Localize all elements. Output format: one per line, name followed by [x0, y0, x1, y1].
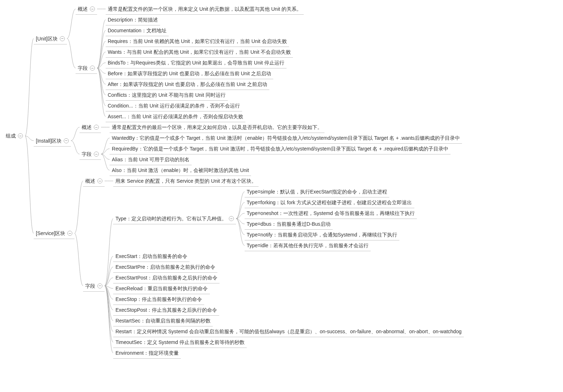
mindmap-node--Unit-Unit-: 通常是配置文件的第一个区块，用来定义 Unit 的元数据，以及配置与其他 Uni…	[106, 4, 304, 15]
children-column: 用来 Service 的配置，只有 Service 类型的 Unit 才有这个区…	[113, 176, 259, 186]
mindmap-branch--: 概述通常是配置文件的最后一个区块，用来定义如何启动，以及是否开机启动。它的主要字…	[80, 122, 462, 133]
mindmap-branch--: 概述用来 Service 的配置，只有 Service 类型的 Unit 才有这…	[83, 176, 463, 186]
mindmap-node-Environment-: Environment：指定环境变量	[113, 348, 181, 359]
node-label: ExecStop：停止当前服务时执行的命令	[115, 294, 202, 305]
node-label: 用来 Service 的配置，只有 Service 类型的 Unit 才有这个区…	[115, 176, 256, 186]
mindmap-branch-Alias-Unit-: Alias：当前 Unit 可用于启动的别名	[110, 154, 462, 165]
mindmap-node--[interactable]: 字段	[76, 63, 97, 74]
mindmap-node-Type-simple-ExecStart-: Type=simple：默认值，执行ExecStart指定的命令，启动主进程	[245, 186, 389, 197]
node-label: Before：如果该字段指定的 Unit 也要启动，那么必须在当前 Unit 之…	[108, 68, 271, 79]
node-label: 组成	[6, 130, 16, 141]
connector-lines	[67, 4, 76, 122]
connector-lines	[105, 176, 113, 186]
node-label: Assert...：当前 Unit 运行必须满足的条件，否则会报启动失败	[108, 111, 243, 122]
node-label: ExecStopPost：停止当其服务之后执行的命令	[115, 305, 217, 315]
collapse-toggle-icon[interactable]	[67, 231, 72, 236]
node-label: ExecStartPre：启动当前服务之前执行的命令	[115, 262, 215, 272]
mindmap-branch-Conflicts-Unit-Unit-: Conflicts：这里指定的 Unit 不能与当前 Unit 同时运行	[106, 90, 293, 100]
node-label: Description：简短描述	[108, 14, 158, 25]
mindmap-node--[interactable]: 字段	[83, 281, 105, 292]
node-label: Alias：当前 Unit 可用于启动的别名	[112, 154, 189, 165]
children-column: Type=simple：默认值，执行ExecStart指定的命令，启动主进程Ty…	[245, 186, 417, 251]
mindmap-branch-ExecStopPost-: ExecStopPost：停止当其服务之后执行的命令	[113, 305, 463, 315]
node-label: 字段	[78, 63, 88, 73]
mindmap-branch-Type-notify-Systemd-: Type=notify：当前服务启动完毕，会通知Systemd，再继续往下执行	[245, 229, 417, 240]
mindmap-branch-Type-forking-fork-: Type=forking：以 fork 方式从父进程创建子进程，创建后父进程会立…	[245, 197, 417, 208]
mindmap-node--Install-[interactable]: [Install]区块	[34, 135, 71, 147]
node-label: Type=simple：默认值，执行ExecStart指定的命令，启动主进程	[247, 186, 387, 197]
collapse-toggle-icon[interactable]	[60, 36, 65, 41]
mindmap-branch--: 概述通常是配置文件的第一个区块，用来定义 Unit 的元数据，以及配置与其他 U…	[76, 4, 304, 14]
node-label: ExecStartPost：启动当前服务之后执行的命令	[115, 272, 217, 283]
mindmap-branch--Unit-Unit-: 通常是配置文件的第一个区块，用来定义 Unit 的元数据，以及配置与其他 Uni…	[106, 4, 304, 14]
mindmap-node-RequiredBy-Target-Unit-etc-systemd-syste: RequiredBy：它的值是一个或多个 Target，当前 Unit 激活时，…	[110, 143, 450, 154]
mindmap-node--Unit-[interactable]: [Unit]区块	[34, 33, 67, 44]
mindmap-node-Wants-Unit-Unit-Unit-: Wants：与当前 Unit 配合的其他 Unit，如果它们没有运行，当前 Un…	[106, 47, 293, 58]
children-column: 概述通常是配置文件的第一个区块，用来定义 Unit 的元数据，以及配置与其他 U…	[76, 4, 304, 122]
mindmap-branch--Install-: [Install]区块概述通常是配置文件的最后一个区块，用来定义如何启动，以及是…	[34, 122, 464, 176]
collapse-toggle-icon[interactable]	[94, 152, 99, 157]
mindmap-node-ExecStopPost-: ExecStopPost：停止当其服务之后执行的命令	[113, 305, 219, 316]
collapse-toggle-icon[interactable]	[97, 178, 102, 183]
mindmap-node-ExecReload-: ExecReload：重启当前服务时执行的命令	[113, 283, 210, 294]
mindmap-node-Type-notify-Systemd-: Type=notify：当前服务启动完毕，会通知Systemd，再继续往下执行	[245, 229, 399, 240]
collapse-toggle-icon[interactable]	[90, 66, 95, 71]
mindmap-node--: 通常是配置文件的最后一个区块，用来定义如何启动，以及是否开机启动。它的主要字段如…	[110, 122, 324, 133]
mindmap-node-Type-oneshot-Systemd-: Type=oneshot：一次性进程，Systemd 会等当前服务退出，再继续往…	[245, 208, 417, 219]
mindmap-branch-BindsTo-Requires-Unit-Unit-: BindsTo：与Requires类似，它指定的 Unit 如果退出，会导致当前…	[106, 57, 293, 68]
node-label: RestartSec：自动重启当前服务间隔的秒数	[115, 315, 210, 326]
collapse-toggle-icon[interactable]	[97, 283, 102, 288]
node-label: BindsTo：与Requires类似，它指定的 Unit 如果退出，会导致当前…	[108, 57, 284, 68]
mindmap-branch-RestartSec-: RestartSec：自动重启当前服务间隔的秒数	[113, 315, 463, 326]
connector-lines	[105, 186, 113, 358]
mindmap-branch-Wants-Unit-Unit-Unit-: Wants：与当前 Unit 配合的其他 Unit，如果它们没有运行，当前 Un…	[106, 47, 293, 57]
children-column: 通常是配置文件的最后一个区块，用来定义如何启动，以及是否开机启动。它的主要字段如…	[110, 122, 324, 133]
mindmap-branch-ExecStartPost-: ExecStartPost：启动当前服务之后执行的命令	[113, 272, 463, 283]
node-label: Type=notify：当前服务启动完毕，会通知Systemd，再继续往下执行	[247, 229, 397, 240]
mindmap-branch-WantedBy-Target-Unit-enable-etc-systemd-: WantedBy：它的值是一个或多个 Target，当前 Unit 激活时（en…	[110, 133, 462, 143]
mindmap-node--[interactable]: 概述	[83, 176, 105, 187]
mindmap-node--[interactable]: 概述	[80, 122, 101, 133]
mindmap-node-Also-Unit-enable-Unit: Also：当前 Unit 激活（enable）时，会被同时激活的其他 Unit	[110, 165, 251, 176]
node-label: [Service]区块	[36, 228, 65, 239]
mindmap-node-Alias-Unit-: Alias：当前 Unit 可用于启动的别名	[110, 154, 192, 165]
node-label: ExecStart：启动当前服务的命令	[115, 251, 187, 262]
node-label: Also：当前 Unit 激活（enable）时，会被同时激活的其他 Unit	[112, 165, 249, 176]
node-label: Restart：定义何种情况 Systemd 会自动重启当前服务，可能的值包括a…	[115, 326, 461, 337]
mindmap-branch-Type-: Type：定义启动时的进程行为。它有以下几种值。Type=simple：默认值，…	[113, 186, 463, 251]
collapse-toggle-icon[interactable]	[94, 125, 99, 130]
node-label: Conflicts：这里指定的 Unit 不能与当前 Unit 同时运行	[108, 90, 226, 100]
node-label: [Install]区块	[36, 135, 62, 146]
connector-lines	[101, 122, 110, 133]
mindmap-node-Type-forking-fork-: Type=forking：以 fork 方式从父进程创建子进程，创建后父进程会立…	[245, 197, 414, 208]
node-label: 字段	[85, 281, 95, 291]
mindmap-branch-Restart-Systemd-always-on-success-on-fai: Restart：定义何种情况 Systemd 会自动重启当前服务，可能的值包括a…	[113, 326, 463, 337]
children-column: [Unit]区块概述通常是配置文件的第一个区块，用来定义 Unit 的元数据，以…	[34, 4, 464, 358]
mindmap-branch--: 组成[Unit]区块概述通常是配置文件的第一个区块，用来定义 Unit 的元数据…	[4, 4, 559, 358]
connector-lines	[97, 4, 106, 14]
children-column: WantedBy：它的值是一个或多个 Target，当前 Unit 激活时（en…	[110, 133, 462, 176]
collapse-toggle-icon[interactable]	[64, 138, 69, 143]
node-label: ExecReload：重启当前服务时执行的命令	[115, 283, 208, 294]
collapse-toggle-icon[interactable]	[229, 216, 234, 221]
collapse-toggle-icon[interactable]	[18, 133, 23, 138]
mindmap-node--[interactable]: 组成	[4, 130, 25, 141]
children-column: 概述通常是配置文件的最后一个区块，用来定义如何启动，以及是否开机启动。它的主要字…	[80, 122, 462, 176]
mindmap-node-Type-[interactable]: Type：定义启动时的进程行为。它有以下几种值。	[113, 213, 236, 224]
node-label: RequiredBy：它的值是一个或多个 Target，当前 Unit 激活时，…	[112, 143, 448, 154]
mindmap-branch-After-Unit-Unit-: After：如果该字段指定的 Unit 也要启动，那么必须在当前 Unit 之前…	[106, 79, 293, 90]
connector-lines	[25, 4, 34, 358]
children-column: Description：简短描述Documentation：文档地址Requir…	[106, 14, 293, 122]
mindmap-node-ExecStartPre-: ExecStartPre：启动当前服务之前执行的命令	[113, 262, 217, 273]
mindmap-node--Service-[interactable]: [Service]区块	[34, 228, 74, 239]
collapse-toggle-icon[interactable]	[90, 6, 95, 11]
mindmap-node-RestartSec-: RestartSec：自动重启当前服务间隔的秒数	[113, 315, 212, 326]
node-label: 通常是配置文件的最后一个区块，用来定义如何启动，以及是否开机启动。它的主要字段如…	[112, 122, 322, 133]
node-label: Type：定义启动时的进程行为。它有以下几种值。	[115, 213, 226, 224]
mindmap-node--[interactable]: 概述	[76, 4, 97, 15]
mindmap-branch-Before-Unit-Unit-: Before：如果该字段指定的 Unit 也要启动，那么必须在当前 Unit 之…	[106, 68, 293, 79]
node-label: 概述	[85, 176, 95, 186]
node-label: Type=dbus：当前服务通过D-Bus启动	[247, 219, 331, 229]
mindmap-node--[interactable]: 字段	[80, 149, 101, 160]
mindmap-branch--: 字段Description：简短描述Documentation：文档地址Requ…	[76, 14, 304, 122]
